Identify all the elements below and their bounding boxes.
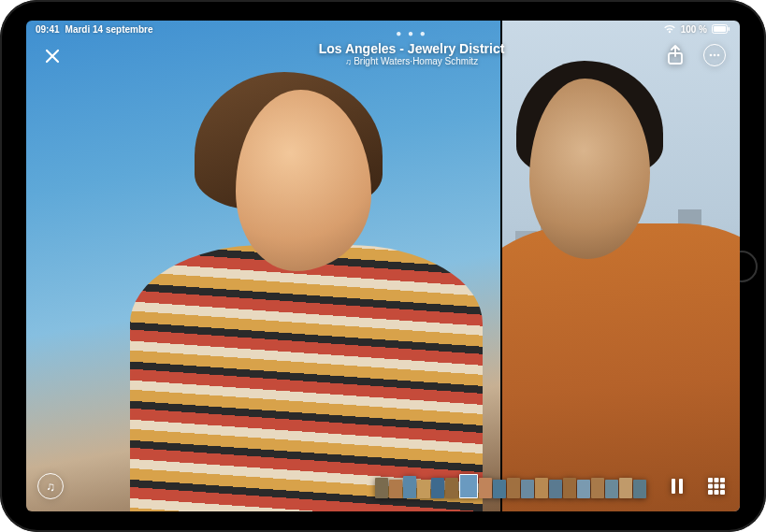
top-right-actions — [663, 43, 727, 67]
share-button[interactable] — [663, 43, 687, 67]
pause-icon — [671, 479, 684, 494]
memory-title: Los Angeles - Jewelry District — [319, 41, 505, 56]
playback-controls — [665, 474, 729, 498]
svg-point-6 — [717, 54, 720, 57]
svg-rect-10 — [715, 478, 719, 482]
svg-rect-12 — [708, 484, 713, 489]
more-icon — [703, 44, 726, 66]
memory-photo-secondary[interactable] — [500, 21, 740, 511]
timeline-thumb[interactable] — [479, 478, 492, 498]
close-button[interactable] — [39, 43, 65, 69]
svg-point-5 — [714, 54, 716, 57]
timeline-thumb[interactable] — [563, 478, 576, 498]
screen: 09:41 Mardi 14 septembre 100 % — [26, 21, 740, 511]
svg-point-4 — [710, 54, 713, 57]
status-bar: 09:41 Mardi 14 septembre 100 % — [26, 21, 740, 37]
more-button[interactable] — [702, 43, 727, 67]
pause-button[interactable] — [665, 474, 689, 498]
svg-rect-9 — [708, 478, 713, 482]
memory-timeline[interactable] — [375, 474, 646, 498]
svg-rect-8 — [679, 479, 683, 494]
battery-icon — [712, 24, 730, 34]
svg-rect-15 — [708, 490, 713, 495]
browse-grid-button[interactable] — [704, 474, 729, 498]
timeline-thumb[interactable] — [577, 480, 590, 498]
memory-photo-primary[interactable] — [26, 21, 500, 511]
timeline-thumb[interactable] — [591, 478, 604, 498]
bottom-bar: ♫ — [26, 470, 740, 502]
timeline-thumb[interactable] — [431, 478, 444, 498]
timeline-thumb[interactable] — [521, 480, 534, 498]
svg-rect-17 — [720, 490, 725, 495]
timeline-thumb[interactable] — [493, 480, 506, 498]
memory-photos[interactable] — [26, 21, 740, 511]
timeline-thumb[interactable] — [403, 476, 416, 498]
close-icon — [44, 48, 61, 65]
ipad-device-frame: 09:41 Mardi 14 septembre 100 % — [0, 0, 766, 532]
timeline-thumb[interactable] — [619, 478, 632, 498]
timeline-thumb[interactable] — [535, 478, 548, 498]
svg-rect-7 — [672, 479, 675, 494]
svg-rect-11 — [720, 478, 725, 482]
timeline-thumb[interactable] — [375, 478, 388, 498]
subject-silhouette-left — [159, 90, 454, 512]
battery-text: 100 % — [681, 24, 707, 35]
svg-rect-2 — [729, 27, 730, 31]
timeline-thumb[interactable] — [633, 480, 646, 498]
subject-silhouette-right — [507, 70, 730, 512]
status-left: 09:41 Mardi 14 septembre — [36, 24, 153, 35]
timeline-thumb[interactable] — [389, 480, 402, 498]
timeline-thumb[interactable] — [459, 474, 478, 498]
status-right: 100 % — [663, 24, 730, 35]
memory-music-subtitle: Bright Waters·Homay Schmitz — [319, 56, 505, 66]
timeline-thumb[interactable] — [507, 478, 520, 498]
timeline-thumb[interactable] — [445, 478, 458, 498]
svg-rect-1 — [714, 26, 726, 32]
music-icon: ♫ — [46, 480, 55, 494]
memory-title-block[interactable]: Los Angeles - Jewelry District Bright Wa… — [319, 41, 505, 66]
svg-rect-13 — [715, 484, 719, 489]
status-time: 09:41 — [36, 24, 60, 35]
svg-rect-16 — [715, 490, 719, 495]
timeline-thumb[interactable] — [549, 480, 562, 498]
wifi-icon — [663, 24, 676, 34]
music-button[interactable]: ♫ — [37, 473, 64, 499]
grid-icon — [708, 478, 725, 495]
svg-rect-14 — [720, 484, 725, 489]
timeline-thumb[interactable] — [417, 480, 430, 498]
timeline-thumb[interactable] — [605, 480, 618, 498]
share-icon — [667, 45, 684, 65]
status-date: Mardi 14 septembre — [65, 24, 153, 35]
